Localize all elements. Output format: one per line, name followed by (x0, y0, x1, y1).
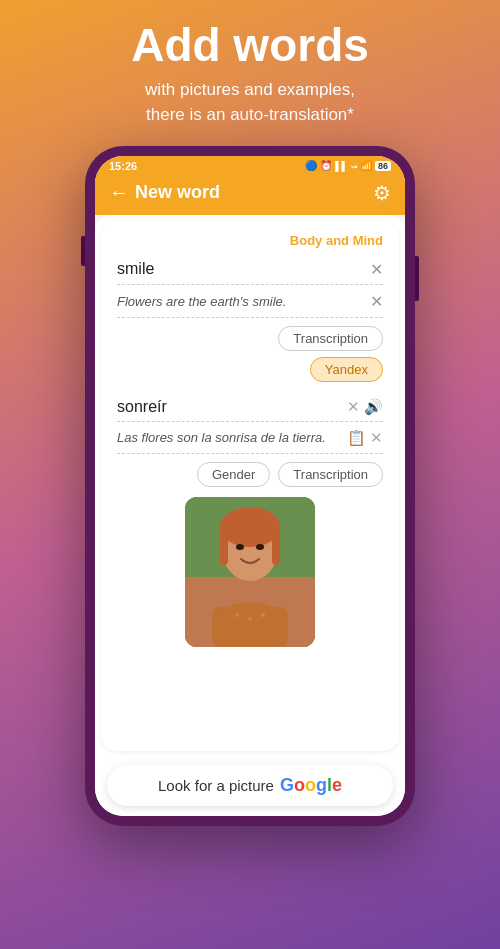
status-time: 15:26 (109, 160, 137, 172)
wifi-icon: 📶 (360, 160, 372, 171)
word-card: Body and Mind ✕ Flowers are the earth's … (101, 221, 399, 751)
svg-rect-5 (220, 525, 228, 565)
settings-icon[interactable]: ⚙ (373, 181, 391, 205)
google-search-bar[interactable]: Look for a picture Google (107, 765, 393, 806)
translation-row: ✕ 🔊 (117, 392, 383, 422)
svg-point-11 (235, 613, 239, 617)
word-row: ✕ (117, 254, 383, 285)
svg-point-4 (220, 507, 280, 547)
google-logo: Google (280, 775, 342, 796)
translation-input[interactable] (117, 398, 343, 416)
transcription-button-2[interactable]: Transcription (278, 462, 383, 487)
header-section: Add words with pictures and examples, th… (101, 20, 399, 128)
phone-shell: 15:26 🔵 ⏰ ▌▌ ᵥₒ 📶 86 ← New word ⚙ Body a… (85, 146, 415, 826)
category-label[interactable]: Body and Mind (117, 233, 383, 248)
copy-icon[interactable]: 📋 (347, 429, 366, 447)
status-bar: 15:26 🔵 ⏰ ▌▌ ᵥₒ 📶 86 (95, 156, 405, 175)
content-area: Body and Mind ✕ Flowers are the earth's … (95, 215, 405, 816)
gender-button[interactable]: Gender (197, 462, 270, 487)
clear-example-button[interactable]: ✕ (370, 292, 383, 311)
clear-translation-button[interactable]: ✕ (347, 398, 360, 416)
top-bar-left: ← New word (109, 181, 220, 204)
page-subtitle: with pictures and examples, there is an … (131, 77, 369, 128)
signal-icon: ▌▌ (335, 161, 348, 171)
screen-title: New word (135, 182, 220, 203)
svg-point-12 (248, 617, 252, 621)
transcription-row: Transcription (117, 326, 383, 351)
yandex-row: Yandex (117, 357, 383, 382)
svg-point-8 (256, 544, 264, 550)
top-bar: ← New word ⚙ (95, 175, 405, 215)
alarm-icon: ⏰ (320, 160, 332, 171)
svg-point-7 (236, 544, 244, 550)
status-icons: 🔵 ⏰ ▌▌ ᵥₒ 📶 86 (305, 160, 391, 171)
back-button[interactable]: ← (109, 181, 129, 204)
svg-point-13 (261, 613, 265, 617)
word-input[interactable] (117, 260, 364, 278)
vo-icon: ᵥₒ (351, 161, 357, 170)
svg-rect-6 (272, 525, 280, 565)
svg-rect-10 (212, 607, 288, 647)
audio-icon[interactable]: 🔊 (364, 398, 383, 416)
page-title: Add words (131, 20, 369, 71)
example-row: Flowers are the earth's smile. ✕ (117, 285, 383, 318)
bluetooth-icon: 🔵 (305, 160, 317, 171)
battery-icon: 86 (375, 161, 391, 171)
phone-screen: 15:26 🔵 ⏰ ▌▌ ᵥₒ 📶 86 ← New word ⚙ Body a… (95, 156, 405, 816)
translation-example-text: Las flores son la sonrisa de la tierra. (117, 430, 343, 445)
clear-word-button[interactable]: ✕ (370, 260, 383, 279)
transcription-button[interactable]: Transcription (278, 326, 383, 351)
clear-translation-example-button[interactable]: ✕ (370, 429, 383, 447)
yandex-button[interactable]: Yandex (310, 357, 383, 382)
person-photo-svg (185, 497, 315, 647)
example-text: Flowers are the earth's smile. (117, 294, 364, 309)
spanish-buttons-row: Gender Transcription (117, 462, 383, 487)
google-search-text: Look for a picture (158, 777, 274, 794)
word-photo[interactable] (185, 497, 315, 647)
translation-example-row: Las flores son la sonrisa de la tierra. … (117, 422, 383, 454)
